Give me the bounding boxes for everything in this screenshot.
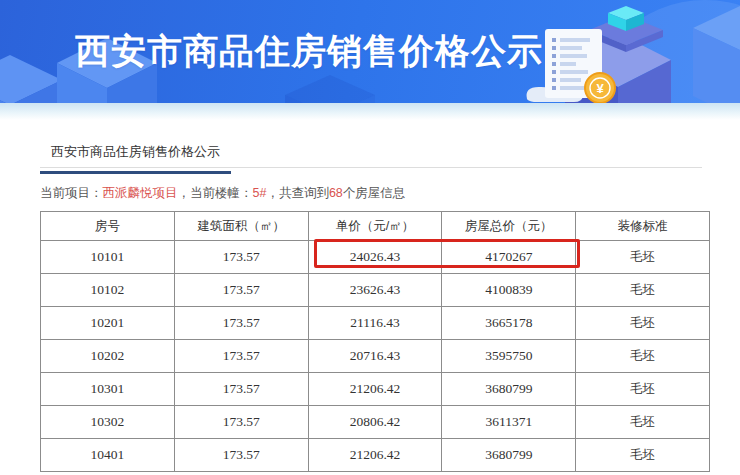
cell-building-area: 173.57 [174, 241, 308, 274]
cell-room-number: 10201 [41, 307, 175, 340]
banner-title: 西安市商品住房销售价格公示 [75, 28, 543, 75]
tab-bar: 西安市商品住房销售价格公示 [40, 142, 702, 168]
cell-unit-price: 21116.43 [308, 307, 442, 340]
cell-room-number: 10101 [41, 241, 175, 274]
query-building: 5# [253, 186, 267, 200]
cell-unit-price: 23626.43 [308, 274, 442, 307]
banner-bottom-strip [0, 103, 740, 120]
cell-decoration-standard: 毛坯 [576, 406, 710, 439]
cell-total-price: 3595750 [442, 340, 576, 373]
table-row: 10102 173.57 23626.43 4100839 毛坯 [41, 274, 710, 307]
cell-unit-price: 20716.43 [308, 340, 442, 373]
query-label-project: 当前项目： [40, 186, 103, 200]
tab-price-disclosure[interactable]: 西安市商品住房销售价格公示 [40, 143, 231, 174]
header-building-area: 建筑面积（㎡） [174, 212, 308, 241]
query-label-building: ，当前楼幢： [178, 186, 253, 200]
table-header-row: 房号 建筑面积（㎡） 单价（元/㎡） 房屋总价（元） 装修标准 [41, 212, 710, 241]
cell-decoration-standard: 毛坯 [576, 241, 710, 274]
cell-total-price: 4170267 [442, 241, 576, 274]
cell-unit-price: 21206.42 [308, 373, 442, 406]
cell-total-price: 3665178 [442, 307, 576, 340]
table-row: 10301 173.57 21206.42 3680799 毛坯 [41, 373, 710, 406]
cube-middle-faint-icon [285, 75, 375, 103]
price-table-wrap: 房号 建筑面积（㎡） 单价（元/㎡） 房屋总价（元） 装修标准 10101 17… [40, 211, 710, 472]
query-count: 68 [329, 186, 343, 200]
header-decoration-standard: 装修标准 [576, 212, 710, 241]
coin-symbol: ¥ [596, 81, 604, 96]
cell-building-area: 173.57 [174, 373, 308, 406]
cell-unit-price: 21206.42 [308, 439, 442, 472]
cell-decoration-standard: 毛坯 [576, 439, 710, 472]
cell-decoration-standard: 毛坯 [576, 307, 710, 340]
query-info: 当前项目：西派麟悦项目，当前楼幢：5#，共查询到68个房屋信息 [40, 185, 700, 202]
coin-icon: ¥ [585, 73, 615, 103]
cell-room-number: 10202 [41, 340, 175, 373]
cell-total-price: 4100839 [442, 274, 576, 307]
price-table: 房号 建筑面积（㎡） 单价（元/㎡） 房屋总价（元） 装修标准 10101 17… [40, 211, 710, 472]
table-row: 10101 173.57 24026.43 4170267 毛坯 [41, 241, 710, 274]
cell-total-price: 3611371 [442, 406, 576, 439]
header-room-number: 房号 [41, 212, 175, 241]
cell-building-area: 173.57 [174, 406, 308, 439]
cell-building-area: 173.57 [174, 340, 308, 373]
table-row: 10201 173.57 21116.43 3665178 毛坯 [41, 307, 710, 340]
table-row: 10202 173.57 20716.43 3595750 毛坯 [41, 340, 710, 373]
cell-decoration-standard: 毛坯 [576, 373, 710, 406]
cell-building-area: 173.57 [174, 274, 308, 307]
cell-room-number: 10301 [41, 373, 175, 406]
query-project-name: 西派麟悦项目 [103, 186, 178, 200]
cell-room-number: 10401 [41, 439, 175, 472]
table-row: 10401 173.57 21206.42 3680799 毛坯 [41, 439, 710, 472]
header-total-price: 房屋总价（元） [442, 212, 576, 241]
cell-total-price: 3680799 [442, 373, 576, 406]
cell-room-number: 10302 [41, 406, 175, 439]
cell-building-area: 173.57 [174, 307, 308, 340]
query-label-suffix: 个房屋信息 [343, 186, 406, 200]
tab-label: 西安市商品住房销售价格公示 [51, 144, 220, 159]
cell-room-number: 10102 [41, 274, 175, 307]
table-body: 10101 173.57 24026.43 4170267 毛坯 10102 1… [41, 241, 710, 472]
cell-unit-price: 24026.43 [308, 241, 442, 274]
header-unit-price: 单价（元/㎡） [308, 212, 442, 241]
banner: ¥ 西安市商品住房销售价格公示 [0, 0, 740, 103]
cell-building-area: 173.57 [174, 439, 308, 472]
cell-unit-price: 20806.42 [308, 406, 442, 439]
query-label-found: ，共查询到 [266, 186, 329, 200]
cell-decoration-standard: 毛坯 [576, 340, 710, 373]
cell-total-price: 3680799 [442, 439, 576, 472]
cell-decoration-standard: 毛坯 [576, 274, 710, 307]
table-row: 10302 173.57 20806.42 3611371 毛坯 [41, 406, 710, 439]
cube-left-small-icon [0, 55, 62, 103]
